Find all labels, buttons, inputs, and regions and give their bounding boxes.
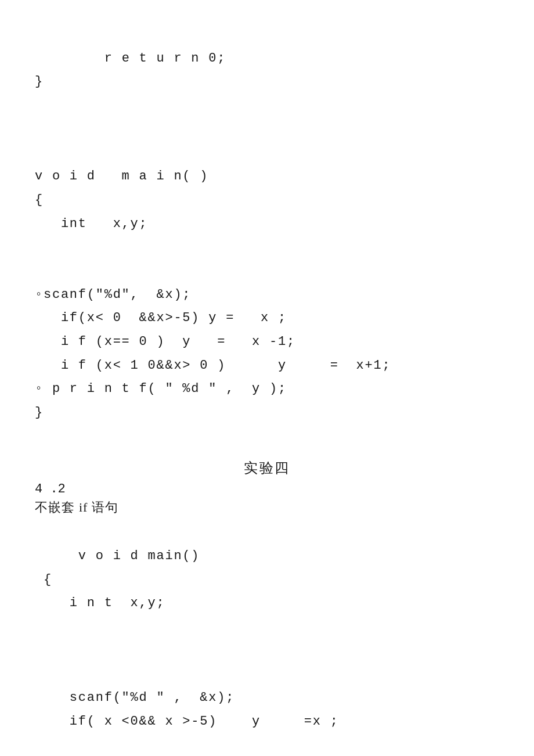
code-line-if3: i f (x< 1 0&&x> 0 ) y = x+1; — [35, 358, 391, 373]
code-line-blank1 — [35, 122, 44, 136]
code-line-void-main: v o i d m a i n( ) — [35, 169, 208, 183]
section-title-block: 实验四 — [35, 459, 499, 477]
code-line-printf1: ◦ p r i n t f( " %d " , y ); — [35, 381, 287, 396]
code-line-brace-close1: } — [35, 74, 44, 89]
code-line-if4: if( x <0&& x >-5) y =x ; — [35, 714, 339, 729]
code-line-void-main2: v o i d main() — [70, 549, 200, 563]
code-line-int-xy2: i n t x,y; — [35, 596, 165, 610]
code-line-if2: i f (x== 0 ) y = x -1; — [35, 334, 295, 349]
code-line-if1: if(x< 0 &&x>-5) y = x ; — [35, 311, 287, 325]
code-line-return: r e t u r n 0; — [70, 51, 226, 66]
code-line-blank4 — [35, 643, 44, 658]
code-section-2: v o i d main() { i n t x,y; scanf("%d " … — [35, 521, 499, 756]
code-line-scanf1: ◦scanf("%d", &x); — [35, 287, 191, 302]
section-number-block: 4 .2 — [35, 482, 499, 496]
section-desc-block: 不嵌套 if 语句 — [35, 499, 499, 516]
code-line-brace-open2: { — [35, 573, 52, 587]
page-container: r e t u r n 0; } v o i d m a i n( ) { in… — [35, 23, 499, 756]
code-line-blank5 — [35, 667, 44, 682]
code-line-brace-open1: { — [35, 193, 44, 207]
section-title-text: 实验四 — [244, 460, 290, 476]
code-line-blank3 — [35, 264, 44, 278]
code-line-scanf2: scanf("%d " , &x); — [35, 690, 234, 705]
code-section-1: r e t u r n 0; } v o i d m a i n( ) { in… — [35, 23, 499, 448]
section-number-text: 4 .2 — [35, 482, 66, 496]
code-line-brace-close2: } — [35, 405, 44, 420]
code-line-int-xy: int x,y; — [35, 217, 148, 231]
section-desc-text: 不嵌套 if 语句 — [35, 500, 118, 514]
code-line-blank2 — [35, 145, 44, 160]
